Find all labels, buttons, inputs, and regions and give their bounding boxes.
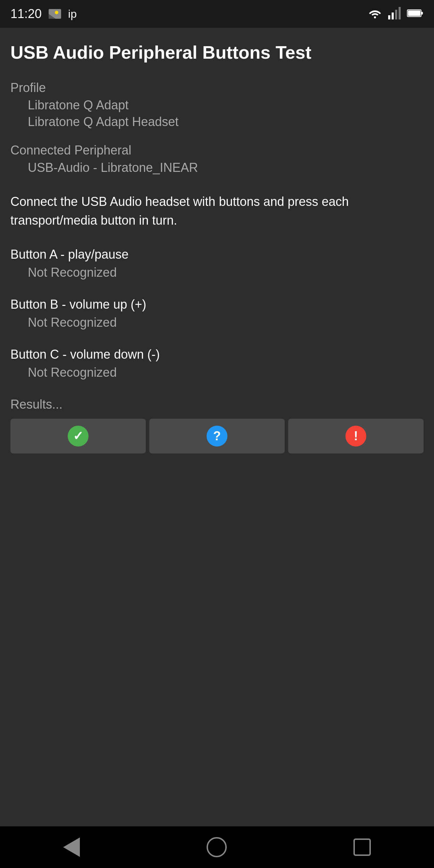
button-b-label: Button B - volume up (+) (10, 297, 424, 312)
wifi-icon (368, 8, 382, 20)
connected-section: Connected Peripheral USB-Audio - Librato… (10, 143, 424, 175)
profile-item-1: Libratone Q Adapt (10, 98, 424, 112)
svg-rect-1 (388, 15, 390, 19)
back-icon (63, 837, 80, 857)
button-a-row: Button A - play/pause Not Recognized (10, 247, 424, 280)
ip-label: ip (68, 8, 77, 20)
pass-button[interactable]: ✓ (10, 419, 146, 453)
svg-rect-2 (392, 12, 394, 19)
status-bar: 11:20 ip (0, 0, 434, 28)
fail-button[interactable]: ! (288, 419, 424, 453)
status-time: 11:20 (10, 7, 42, 21)
profile-label: Profile (10, 81, 424, 95)
svg-rect-7 (408, 10, 420, 16)
svg-rect-3 (395, 10, 397, 19)
info-button[interactable]: ? (149, 419, 285, 453)
button-a-status: Not Recognized (10, 265, 424, 280)
button-c-status: Not Recognized (10, 365, 424, 380)
profile-section: Profile Libratone Q Adapt Libratone Q Ad… (10, 81, 424, 129)
battery-icon (407, 9, 424, 19)
svg-rect-6 (421, 12, 423, 15)
svg-rect-4 (399, 7, 401, 19)
connected-label: Connected Peripheral (10, 143, 424, 158)
home-button[interactable] (207, 837, 227, 857)
page-title: USB Audio Peripheral Buttons Test (10, 42, 424, 63)
svg-point-0 (374, 16, 376, 18)
button-b-row: Button B - volume up (+) Not Recognized (10, 297, 424, 330)
button-c-label: Button C - volume down (-) (10, 347, 424, 362)
main-content: USB Audio Peripheral Buttons Test Profil… (0, 28, 434, 464)
info-icon: ? (207, 426, 227, 446)
pass-icon: ✓ (68, 426, 89, 446)
connected-value: USB-Audio - Libratone_INEAR (10, 160, 424, 175)
nav-bar (0, 826, 434, 868)
action-buttons: ✓ ? ! (10, 419, 424, 453)
image-icon (49, 9, 61, 19)
recents-button[interactable] (353, 838, 371, 856)
recents-icon (353, 838, 371, 856)
button-b-status: Not Recognized (10, 315, 424, 330)
results-label: Results... (10, 397, 424, 412)
button-c-row: Button C - volume down (-) Not Recognize… (10, 347, 424, 380)
button-a-label: Button A - play/pause (10, 247, 424, 262)
fail-icon: ! (345, 426, 366, 446)
home-icon (207, 837, 227, 857)
back-button[interactable] (63, 837, 80, 857)
profile-item-2: Libratone Q Adapt Headset (10, 115, 424, 129)
signal-icon (388, 7, 401, 21)
instruction-text: Connect the USB Audio headset with butto… (10, 192, 424, 230)
